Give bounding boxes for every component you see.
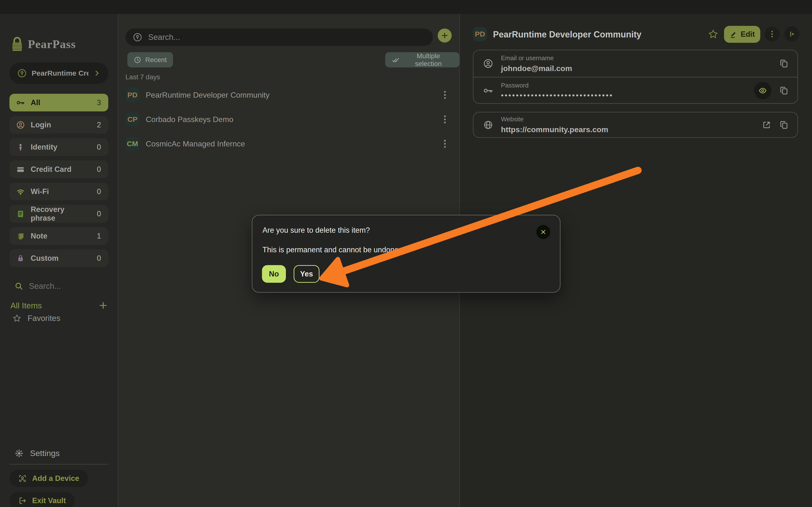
category-label: All (31, 98, 91, 107)
copy-icon (779, 86, 789, 96)
copy-password-button[interactable] (779, 86, 789, 96)
sidebar-category-identity[interactable]: Identity 0 (9, 138, 108, 156)
settings-row[interactable]: Settings (14, 449, 60, 458)
dialog-close-button[interactable] (536, 225, 550, 239)
eye-icon (758, 86, 767, 95)
clock-icon (134, 56, 141, 64)
list-item-cosmicac[interactable]: CM CosmicAc Managed Infernce (125, 133, 452, 155)
ellipsis-vertical-icon (768, 30, 776, 39)
open-website-button[interactable] (762, 120, 771, 130)
copy-website-button[interactable] (779, 120, 789, 130)
email-field-value: johndoe@mail.com (501, 64, 771, 73)
edit-button[interactable]: Edit (724, 26, 760, 43)
favorites-label: Favorites (27, 314, 60, 323)
collapse-panel-button[interactable] (785, 26, 800, 42)
ellipsis-vertical-icon (440, 114, 450, 125)
email-field-row: Email or username johndoe@mail.com (473, 50, 798, 77)
recent-label: Recent (145, 56, 167, 64)
item-initials: CP (127, 115, 137, 123)
copy-icon (779, 120, 789, 130)
wifi-icon (16, 187, 25, 196)
close-icon (539, 228, 547, 236)
item-title: PearRuntime Developer Community (146, 91, 438, 100)
category-label: Credit Card (31, 165, 91, 174)
password-field-value: •••••••••••••••••••••••••••••• (501, 91, 746, 100)
exit-vault-button[interactable]: Exit Vault (9, 492, 75, 507)
edit-label: Edit (741, 30, 755, 39)
sidebar-category-custom[interactable]: Custom 0 (9, 249, 108, 267)
website-field-label: Website (501, 115, 754, 123)
sidebar-category-note[interactable]: Note 1 (9, 227, 108, 245)
vault-selector[interactable]: PearRuntime Cre... (9, 63, 108, 84)
settings-label: Settings (30, 449, 60, 458)
favorites-row[interactable]: Favorites (12, 314, 60, 323)
sidebar-category-wifi[interactable]: Wi-Fi 0 (9, 183, 108, 200)
item-menu-button[interactable] (438, 112, 452, 127)
category-count: 0 (97, 210, 101, 218)
group-label: Last 7 days (125, 73, 160, 81)
add-collection-plus-icon[interactable] (98, 301, 108, 310)
recent-filter-chip[interactable]: Recent (127, 52, 173, 67)
item-initials: CM (127, 140, 138, 148)
sidebar-search-input[interactable] (28, 281, 102, 291)
double-check-icon (392, 56, 400, 64)
item-menu-button[interactable] (438, 136, 452, 151)
detail-title: PearRuntime Developer Community (493, 30, 641, 40)
chevron-right-icon (93, 70, 101, 77)
detail-initials: PD (475, 30, 485, 38)
scan-person-icon (18, 474, 27, 483)
more-options-button[interactable] (765, 26, 779, 42)
sidebar-search[interactable] (14, 281, 106, 291)
item-title: CosmicAc Managed Infernce (146, 139, 438, 149)
category-label: Custom (31, 254, 91, 263)
item-menu-button[interactable] (438, 88, 452, 102)
ellipsis-vertical-icon (440, 138, 450, 149)
plus-icon (441, 32, 449, 39)
collapse-panel-icon (788, 30, 796, 39)
dialog-no-button[interactable]: No (262, 265, 286, 283)
list-item-pearruntime[interactable]: PD PearRuntime Developer Community (125, 84, 452, 106)
item-avatar: PD (125, 88, 139, 102)
vault-name: PearRuntime Cre... (32, 69, 89, 77)
multiple-selection-chip[interactable]: Multiple selection (385, 52, 459, 67)
category-count: 3 (97, 98, 101, 107)
copy-email-button[interactable] (779, 59, 789, 68)
item-initials: PD (127, 91, 137, 99)
user-circle-icon (16, 121, 25, 129)
sidebar-category-recovery-phrase[interactable]: Recovery phrase 0 (9, 205, 108, 223)
star-icon (12, 314, 21, 323)
sidebar: PearPass PearRuntime Cre... All 3 Login … (0, 14, 118, 507)
add-device-button[interactable]: Add a Device (9, 470, 88, 487)
external-link-icon (762, 120, 771, 130)
item-avatar: CP (125, 112, 139, 126)
all-items-link[interactable]: All Items (10, 301, 93, 310)
category-label: Login (31, 121, 91, 129)
website-card: Website https://community.pears.com (473, 112, 798, 138)
delete-confirm-dialog: Are you sure to delete this item? This i… (252, 215, 561, 293)
logout-icon (18, 496, 27, 505)
dialog-yes-button[interactable]: Yes (294, 265, 320, 283)
list-search-input[interactable] (148, 33, 425, 42)
note-icon (16, 232, 25, 240)
sidebar-category-all[interactable]: All 3 (9, 94, 108, 111)
detail-avatar: PD (473, 27, 487, 41)
list-search-bar[interactable] (125, 29, 433, 46)
password-field-label: Password (501, 82, 746, 89)
reveal-password-button[interactable] (754, 82, 771, 99)
favorite-star-button[interactable] (708, 29, 718, 39)
dialog-title: Are you sure to delete this item? (263, 226, 370, 235)
document-icon (16, 210, 25, 218)
pearpass-lock-logo-icon (10, 36, 24, 52)
add-item-button[interactable] (438, 29, 452, 43)
pearpass-app-window: PearPass PearRuntime Cre... All 3 Login … (0, 0, 812, 507)
sidebar-category-credit-card[interactable]: Credit Card 0 (9, 161, 108, 178)
search-icon (14, 282, 23, 290)
category-count: 0 (97, 187, 101, 196)
app-title: PearPass (28, 37, 76, 51)
category-count: 1 (97, 232, 101, 240)
window-titlebar (0, 0, 812, 14)
multiple-selection-label: Multiple selection (404, 52, 453, 68)
list-item-corbado[interactable]: CP Corbado Passkeys Demo (125, 109, 452, 130)
sidebar-category-login[interactable]: Login 2 (9, 116, 108, 134)
vault-key-icon (17, 68, 27, 78)
